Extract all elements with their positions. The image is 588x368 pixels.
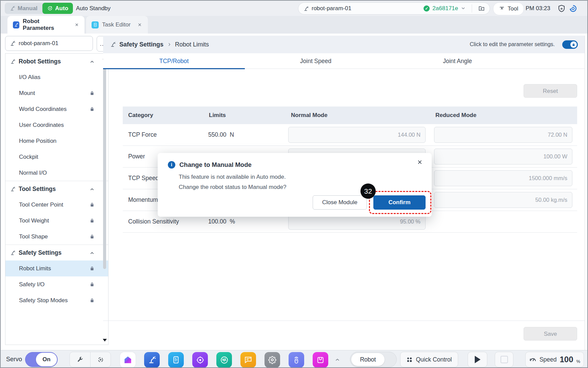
- edit-hint-text: Click to edit the parameter settings.: [470, 41, 555, 47]
- reduced-mode-input[interactable]: 72.00 N: [434, 127, 572, 143]
- scrollbar-thumb[interactable]: [103, 65, 106, 269]
- app-home-button[interactable]: [120, 352, 136, 368]
- item-label: Tool Center Point: [19, 201, 63, 208]
- sidebar-item-tool-center-point[interactable]: Tool Center Point: [5, 197, 108, 213]
- settings-menu: Robot Settings I/O Alias Mount World Coo…: [5, 53, 109, 345]
- reduced-mode-input[interactable]: 100.00 W: [434, 149, 572, 164]
- sidebar-item-tool-weight[interactable]: Tool Weight: [5, 213, 108, 229]
- wrench-button[interactable]: [70, 352, 90, 367]
- col-reduced-mode: Reduced Mode: [435, 106, 476, 124]
- reduced-mode-input[interactable]: 50.00 kg.m/s: [434, 192, 572, 208]
- section-title: Tool Settings: [19, 186, 56, 193]
- auto-mode-button[interactable]: Auto: [42, 3, 73, 14]
- app-remote-button[interactable]: [289, 352, 304, 368]
- lock-icon: [90, 202, 95, 207]
- sidebar-item-tool-shape[interactable]: Tool Shape: [5, 229, 108, 245]
- sidebar-item-mount[interactable]: Mount: [5, 85, 108, 101]
- section-tool-settings[interactable]: Tool Settings: [5, 181, 108, 197]
- sidebar-item-home-position[interactable]: Home Position: [5, 133, 108, 149]
- stop-icon: [501, 356, 508, 363]
- chat-app-icon: [244, 355, 253, 364]
- tab-robot-parameters[interactable]: Robot Parameters: [7, 16, 84, 34]
- tab-joint-speed[interactable]: Joint Speed: [245, 53, 387, 69]
- parameter-name-value: robot-param-01: [19, 40, 58, 47]
- gear-icon: [268, 355, 277, 364]
- app-jog-button[interactable]: [192, 352, 208, 368]
- app-task-editor-button[interactable]: [168, 352, 184, 368]
- app-store-button[interactable]: [313, 352, 328, 368]
- parameter-name-field[interactable]: robot-param-01: [5, 36, 93, 51]
- chevron-down-icon[interactable]: [461, 6, 466, 11]
- sidebar-item-io-alias[interactable]: I/O Alias: [5, 69, 108, 85]
- chevron-up-icon[interactable]: [90, 187, 95, 192]
- play-button[interactable]: [468, 352, 487, 367]
- breadcrumb-page: Robot Limits: [175, 41, 209, 48]
- dialog-message-line2: Change the robot status to Manual mode?: [179, 182, 287, 192]
- scroll-down-arrow-icon[interactable]: [103, 339, 107, 342]
- lock-icon: [572, 43, 575, 46]
- app-settings-button[interactable]: [264, 352, 280, 368]
- dock-collapse-button[interactable]: [335, 350, 340, 368]
- edit-lock-toggle[interactable]: [562, 40, 578, 49]
- lock-icon: [90, 106, 95, 112]
- item-label: Mount: [19, 90, 35, 97]
- breadcrumb-separator-icon: [167, 42, 172, 47]
- close-module-button[interactable]: Close Module: [313, 195, 367, 210]
- sidebar-item-world-coordinates[interactable]: World Coordinates: [5, 101, 108, 117]
- close-tab-icon[interactable]: [75, 22, 79, 27]
- chevron-up-icon[interactable]: [90, 250, 95, 255]
- reduced-mode-input[interactable]: 1500.000 mm/s: [434, 170, 572, 186]
- app-robot-params-button[interactable]: [144, 352, 160, 368]
- lock-icon: [90, 266, 95, 271]
- safety-shield-icon[interactable]: [557, 4, 566, 13]
- reset-button[interactable]: Reset: [524, 84, 577, 98]
- open-folder-icon[interactable]: [478, 5, 485, 12]
- app-monitoring-button[interactable]: [216, 352, 232, 368]
- retarget-button[interactable]: [90, 352, 111, 367]
- robot-arm-icon: [110, 41, 116, 47]
- dialog-close-icon[interactable]: [417, 159, 423, 165]
- item-label: I/O Alias: [19, 74, 40, 81]
- lock-icon: [90, 282, 95, 287]
- item-label: User Coordinates: [19, 122, 64, 129]
- item-label: Tool Weight: [19, 217, 49, 224]
- tab-task-editor[interactable]: Task Editor: [86, 16, 148, 34]
- sidebar-item-safety-io[interactable]: Safety I/O: [5, 276, 108, 292]
- robot-arm-icon: [9, 5, 15, 11]
- parameter-file-selector[interactable]: robot-param-01 ✓ 2a68171e: [298, 2, 490, 15]
- sidebar-item-user-coordinates[interactable]: User Coordinates: [5, 117, 108, 133]
- crosshair-refresh-icon: [97, 356, 104, 363]
- servo-toggle[interactable]: On: [25, 352, 58, 367]
- section-robot-settings[interactable]: Robot Settings: [5, 54, 108, 69]
- tab-joint-angle[interactable]: Joint Angle: [387, 53, 528, 69]
- robot-arm-icon: [10, 59, 16, 64]
- section-safety-settings[interactable]: Safety Settings: [5, 245, 108, 260]
- sidebar-item-robot-limits[interactable]: Robot Limits: [5, 260, 108, 276]
- app-log-button[interactable]: [240, 352, 256, 368]
- servo-label: Servo: [6, 350, 22, 368]
- row-category: TCP Force: [128, 124, 157, 146]
- chevron-up-icon[interactable]: [90, 59, 95, 64]
- robot-arm-app-icon: [148, 355, 156, 364]
- save-button[interactable]: Save: [524, 327, 577, 341]
- manual-mode-button[interactable]: Manual: [5, 3, 42, 14]
- sidebar-item-normal-io[interactable]: Normal I/O: [5, 165, 108, 181]
- item-label: Safety I/O: [19, 281, 45, 288]
- tab-tcp-robot[interactable]: TCP/Robot: [103, 53, 245, 69]
- quick-control-label: Quick Control: [416, 356, 452, 363]
- speed-control[interactable]: Speed 100 %: [525, 352, 584, 367]
- close-tab-icon[interactable]: [137, 22, 142, 27]
- stop-button[interactable]: [495, 352, 513, 367]
- shopping-bag-icon: [316, 355, 325, 364]
- robot-target-switch[interactable]: Robot: [350, 352, 397, 367]
- sidebar-scrollbar[interactable]: [102, 55, 107, 344]
- sidebar-item-safety-stop-modes[interactable]: Safety Stop Modes: [5, 292, 108, 308]
- lock-icon: [90, 218, 95, 223]
- normal-mode-input[interactable]: 144.00 N: [288, 127, 426, 143]
- speed-unit: %: [576, 359, 581, 367]
- sidebar-item-cockpit[interactable]: Cockpit: [5, 149, 108, 165]
- tool-button[interactable]: Tool: [493, 2, 524, 15]
- quick-control-button[interactable]: Quick Control: [400, 352, 458, 367]
- sync-swirl-icon[interactable]: [569, 4, 577, 13]
- item-label: Home Position: [19, 138, 57, 144]
